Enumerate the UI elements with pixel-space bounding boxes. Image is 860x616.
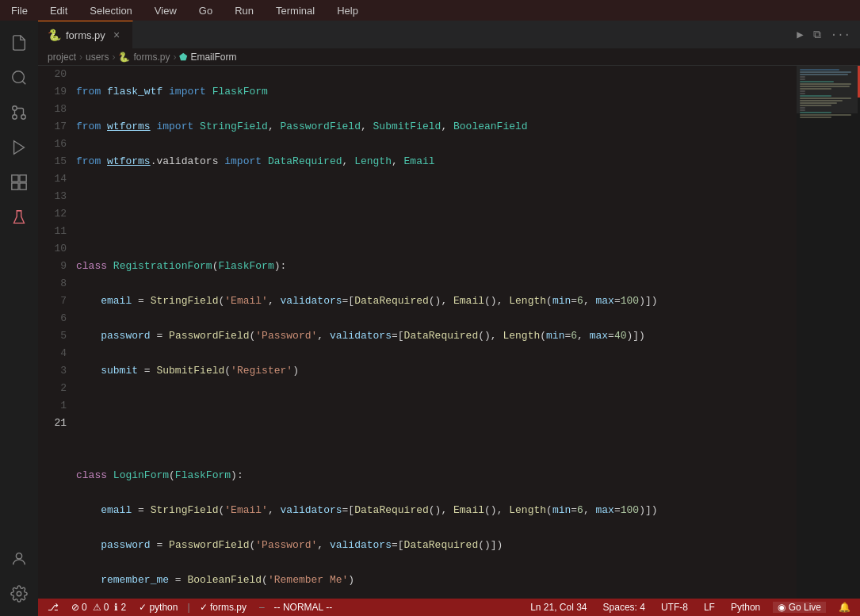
svg-point-0	[13, 71, 25, 83]
git-branch-icon: ⎇	[48, 602, 59, 613]
warning-count: 0	[104, 602, 109, 613]
editor-and-minimap: 20 19 18 17 16 15 14 13 12 11 10 9 8 7 6…	[38, 66, 860, 599]
cursor-position-item[interactable]: Ln 21, Col 34	[527, 602, 590, 613]
account-icon[interactable]	[3, 543, 35, 575]
code-line-20: from flask_wtf import FlaskForm	[76, 83, 781, 101]
code-line-11	[76, 397, 781, 415]
run-button[interactable]: ▶	[793, 26, 806, 43]
minimap-content	[797, 66, 860, 122]
code-editor[interactable]: 20 19 18 17 16 15 14 13 12 11 10 9 8 7 6…	[38, 66, 797, 599]
settings-icon[interactable]	[3, 578, 35, 610]
code-line-19: from wtforms import StringField, Passwor…	[76, 118, 781, 136]
status-bar: ⎇ ⊘ 0 ⚠ 0 ℹ 2 ✓ python | ✓ forms.py – --…	[38, 599, 860, 616]
breadcrumb-filename[interactable]: forms.py	[133, 52, 170, 63]
encoding-item[interactable]: UTF-8	[658, 602, 691, 613]
menu-item-edit[interactable]: Edit	[45, 3, 72, 18]
forms-check-item[interactable]: ✓ forms.py	[197, 602, 250, 613]
menu-item-selection[interactable]: Selection	[85, 3, 136, 18]
svg-rect-8	[20, 175, 26, 182]
editor-area: 🐍 forms.py × ▶ ⧉ ··· project › users › 🐍…	[38, 21, 860, 616]
activity-bar-bottom	[3, 543, 35, 616]
line-ending-item[interactable]: LF	[701, 602, 718, 613]
svg-point-2	[21, 115, 26, 120]
breadcrumb-class[interactable]: EmailForm	[190, 52, 236, 63]
line-numbers: 20 19 18 17 16 15 14 13 12 11 10 9 8 7 6…	[38, 66, 76, 599]
source-control-icon[interactable]	[3, 97, 35, 128]
svg-rect-9	[12, 183, 18, 189]
pipe-sep-2: –	[259, 602, 265, 613]
code-line-8: email = StringField('Email', validators=…	[76, 502, 781, 519]
breadcrumb-class-icon: ⬟	[179, 52, 187, 63]
vim-mode-item: -- NORMAL --	[271, 602, 336, 613]
menu-item-file[interactable]: File	[6, 3, 32, 18]
code-line-10	[76, 432, 781, 450]
breadcrumb-sep-1: ›	[79, 52, 82, 63]
menu-item-help[interactable]: Help	[332, 3, 363, 18]
explorer-icon[interactable]	[3, 27, 35, 59]
go-live-item[interactable]: ◉ Go Live	[773, 602, 826, 613]
svg-marker-6	[14, 141, 25, 155]
extensions-icon[interactable]	[3, 166, 35, 198]
notification-icon[interactable]: 🔔	[835, 602, 854, 613]
activity-bar	[0, 21, 38, 616]
error-count: 0	[82, 602, 87, 613]
menu-item-run[interactable]: Run	[230, 3, 258, 18]
code-line-18: from wtforms.validators import DataRequi…	[76, 153, 781, 170]
run-debug-icon[interactable]	[3, 132, 35, 163]
svg-point-3	[13, 106, 17, 111]
python-file-icon: 🐍	[48, 29, 61, 41]
tab-actions: ▶ ⧉ ···	[793, 21, 860, 48]
status-right: Ln 21, Col 34 Spaces: 4 UTF-8 LF Python …	[527, 602, 854, 613]
language-item[interactable]: Python	[728, 602, 763, 613]
breadcrumb-sep-2: ›	[112, 52, 115, 63]
svg-rect-10	[20, 183, 26, 189]
file-tab-forms[interactable]: 🐍 forms.py ×	[38, 21, 133, 48]
info-count: 2	[120, 602, 126, 613]
code-content[interactable]: from flask_wtf import FlaskForm from wtf…	[76, 66, 797, 599]
code-line-9: class LoginForm(FlaskForm):	[76, 467, 781, 484]
pipe-sep-1: |	[187, 602, 189, 613]
breadcrumb-project[interactable]: project	[48, 52, 76, 63]
code-line-12: submit = SubmitField('Register')	[76, 362, 781, 380]
search-icon[interactable]	[3, 62, 35, 94]
svg-point-4	[13, 115, 17, 120]
breadcrumb: project › users › 🐍 forms.py › ⬟ EmailFo…	[38, 48, 860, 66]
tab-close-button[interactable]: ×	[110, 29, 123, 41]
error-icon: ⊘	[71, 602, 79, 613]
code-line-16	[76, 223, 781, 240]
python-check-item[interactable]: ✓ python	[136, 602, 181, 613]
svg-line-1	[22, 81, 25, 84]
git-branch-item[interactable]: ⎇	[44, 602, 62, 613]
flask-icon[interactable]	[3, 201, 35, 233]
info-icon: ℹ	[114, 602, 118, 613]
app-body: 🐍 forms.py × ▶ ⧉ ··· project › users › 🐍…	[0, 21, 860, 616]
errors-item[interactable]: ⊘ 0 ⚠ 0 ℹ 2	[68, 602, 129, 613]
menu-item-go[interactable]: Go	[194, 3, 217, 18]
code-line-7: password = PasswordField('Password', val…	[76, 537, 781, 554]
more-actions-button[interactable]: ···	[828, 27, 854, 43]
code-line-14: email = StringField('Email', validators=…	[76, 293, 781, 310]
code-line-17	[76, 188, 781, 205]
warning-icon: ⚠	[93, 602, 101, 613]
breadcrumb-python-icon: 🐍	[118, 52, 130, 63]
svg-point-13	[17, 591, 21, 596]
tab-filename: forms.py	[66, 29, 105, 41]
svg-rect-7	[12, 175, 18, 182]
tab-bar: 🐍 forms.py × ▶ ⧉ ···	[38, 21, 860, 48]
menu-bar: File Edit Selection View Go Run Terminal…	[0, 0, 860, 21]
code-line-6: remember_me = BooleanField('Remember Me'…	[76, 572, 781, 589]
spaces-item[interactable]: Spaces: 4	[600, 602, 648, 613]
breadcrumb-sep-3: ›	[173, 52, 176, 63]
menu-item-terminal[interactable]: Terminal	[271, 3, 319, 18]
status-left: ⎇ ⊘ 0 ⚠ 0 ℹ 2 ✓ python | ✓ forms.py – --…	[44, 602, 335, 613]
code-line-15: class RegistrationForm(FlaskForm):	[76, 258, 781, 275]
code-line-13: password = PasswordField('Password', val…	[76, 327, 781, 345]
breadcrumb-users[interactable]: users	[86, 52, 109, 63]
svg-point-12	[16, 553, 21, 559]
split-editor-button[interactable]: ⧉	[810, 27, 824, 43]
minimap[interactable]	[797, 66, 860, 599]
menu-item-view[interactable]: View	[150, 3, 182, 18]
